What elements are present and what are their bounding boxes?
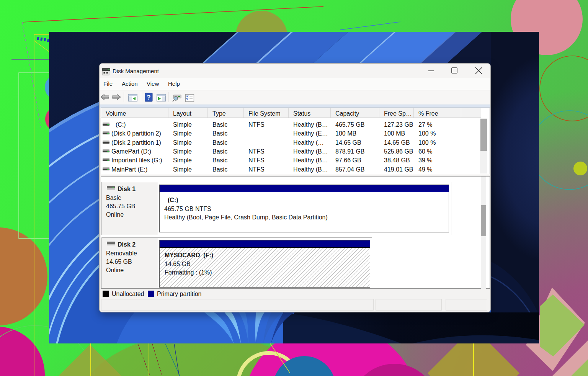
svg-text:?: ? [147,94,150,101]
